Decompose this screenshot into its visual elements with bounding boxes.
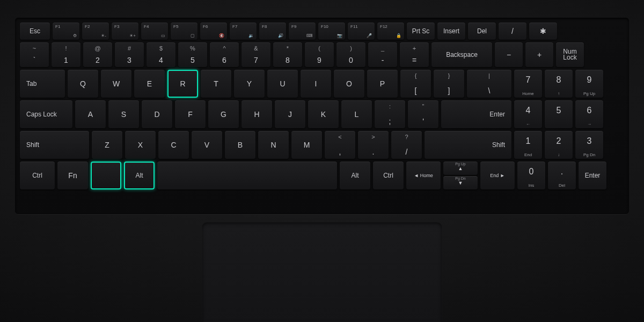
key-f4[interactable]: F4▭ — [141, 23, 168, 40]
key-q[interactable]: Q — [68, 70, 98, 98]
key-alt-left[interactable]: Alt — [124, 162, 155, 189]
key-c[interactable]: C — [158, 131, 189, 159]
key-1[interactable]: !1 — [52, 42, 80, 67]
key-tab[interactable]: Tab — [20, 70, 65, 98]
key-win[interactable] — [91, 162, 121, 189]
numpad-8[interactable]: 8↑ — [545, 70, 573, 98]
key-f7[interactable]: F7🔉 — [230, 23, 257, 40]
key-,[interactable]: <, — [325, 131, 355, 159]
key-prt-sc[interactable]: Prt Sc — [407, 23, 435, 40]
key-3[interactable]: #3 — [115, 42, 144, 67]
key-f8[interactable]: F8🔊 — [259, 23, 286, 40]
key-alt[interactable]: Alt — [340, 162, 370, 189]
key-−[interactable]: − — [495, 42, 523, 67]
numpad-1[interactable]: 1End — [514, 131, 542, 159]
key-.[interactable]: >. — [358, 131, 389, 159]
key-d[interactable]: D — [142, 100, 172, 128]
key-del[interactable]: Del — [468, 23, 496, 40]
key-caps-lock[interactable]: Caps Lock — [20, 100, 72, 128]
key-6[interactable]: ^6 — [210, 42, 239, 67]
key-f6[interactable]: F6🔇 — [200, 23, 227, 40]
key-9[interactable]: (9 — [305, 42, 334, 67]
key-✱[interactable]: ✱ — [529, 23, 557, 40]
key-x[interactable]: X — [125, 131, 156, 159]
numpad-0[interactable]: 0Ins — [517, 162, 545, 189]
key-ctrl[interactable]: Ctrl — [373, 162, 404, 189]
key-f5[interactable]: F5▢ — [171, 23, 197, 40]
key-'[interactable]: "' — [408, 100, 438, 128]
numpad-7[interactable]: 7Home — [514, 70, 542, 98]
arrow-left-key[interactable]: ◄ Home — [406, 162, 441, 189]
key-fn[interactable]: Fn — [57, 162, 88, 189]
key-;[interactable]: :; — [375, 100, 405, 128]
key-p[interactable]: P — [367, 70, 398, 98]
key-f12[interactable]: F12🔒 — [377, 23, 404, 40]
numpad-2[interactable]: 2↓ — [545, 131, 573, 159]
arrow-down-key[interactable]: Pg Dn▼ — [443, 176, 478, 189]
numpad-6[interactable]: 6→ — [575, 100, 603, 128]
key-t[interactable]: T — [201, 70, 231, 98]
numpad-5[interactable]: 5 — [545, 100, 573, 128]
key-e[interactable]: E — [134, 70, 165, 98]
key-y[interactable]: Y — [234, 70, 265, 98]
key-s[interactable]: S — [108, 100, 139, 128]
key-w[interactable]: W — [101, 70, 131, 98]
key-b[interactable]: B — [225, 131, 255, 159]
key-g[interactable]: G — [208, 100, 239, 128]
key-8[interactable]: *8 — [273, 42, 302, 67]
key-shift[interactable]: Shift — [20, 131, 89, 159]
key-4[interactable]: $4 — [147, 42, 175, 67]
key-u[interactable]: U — [267, 70, 298, 98]
key-f2[interactable]: F2☀- — [82, 23, 109, 40]
key-spacebar[interactable] — [157, 162, 337, 189]
key-f10[interactable]: F10📷 — [318, 23, 345, 40]
key-o[interactable]: O — [334, 70, 364, 98]
key-l[interactable]: L — [341, 100, 372, 128]
key-z[interactable]: Z — [92, 131, 122, 159]
key-h[interactable]: H — [241, 100, 272, 128]
key-/[interactable]: / — [499, 23, 526, 40]
key-f1[interactable]: F1⚙ — [53, 23, 79, 40]
key-insert[interactable]: Insert — [437, 23, 465, 40]
key-v[interactable]: V — [192, 131, 222, 159]
numpad-9[interactable]: 9Pg Up — [575, 70, 603, 98]
key-0[interactable]: )0 — [336, 42, 365, 67]
key-m[interactable]: M — [291, 131, 322, 159]
key-=[interactable]: += — [400, 42, 429, 67]
key-j[interactable]: J — [275, 100, 305, 128]
key-\[interactable]: |\ — [467, 70, 511, 98]
numpad-4[interactable]: 4← — [514, 100, 542, 128]
trackpad[interactable] — [202, 222, 442, 322]
numpad-3[interactable]: 3Pg Dn — [575, 131, 603, 159]
key-a[interactable]: A — [75, 100, 106, 128]
key-+[interactable]: + — [525, 42, 553, 67]
numpad-.[interactable]: .Del — [548, 162, 576, 189]
key-5[interactable]: %5 — [178, 42, 207, 67]
key-2[interactable]: @2 — [83, 42, 112, 67]
key-`[interactable]: ~` — [20, 42, 49, 67]
arrow-up-key[interactable]: Pg Up▲ — [443, 162, 478, 175]
key-backspace[interactable]: Backspace — [431, 42, 492, 67]
key-k[interactable]: K — [308, 100, 339, 128]
key-[[interactable]: {[ — [400, 70, 431, 98]
key-enter[interactable]: Enter — [441, 100, 511, 128]
key-enter[interactable]: Enter — [579, 162, 606, 189]
arrow-right-key[interactable]: End ► — [480, 162, 515, 189]
key-f9[interactable]: F9⌨ — [289, 23, 316, 40]
key-f[interactable]: F — [175, 100, 206, 128]
key-num-lock[interactable]: NumLock — [556, 42, 584, 67]
key-/[interactable]: ?/ — [391, 131, 422, 159]
key-n[interactable]: N — [258, 131, 289, 159]
key-r[interactable]: R — [167, 70, 198, 98]
key-esc[interactable]: Esc — [20, 23, 50, 40]
keyboard: EscF1⚙F2☀-F3☀+F4▭F5▢F6🔇F7🔉F8🔊F9⌨F10📷F11🎤… — [15, 18, 629, 214]
key-][interactable]: }] — [434, 70, 464, 98]
key-7[interactable]: &7 — [241, 42, 270, 67]
key-f3[interactable]: F3☀+ — [112, 23, 138, 40]
key-f11[interactable]: F11🎤 — [348, 23, 375, 40]
key--[interactable]: _- — [368, 42, 397, 67]
key-ctrl[interactable]: Ctrl — [20, 162, 55, 189]
key-shift[interactable]: Shift — [425, 131, 511, 159]
key-i[interactable]: I — [301, 70, 331, 98]
